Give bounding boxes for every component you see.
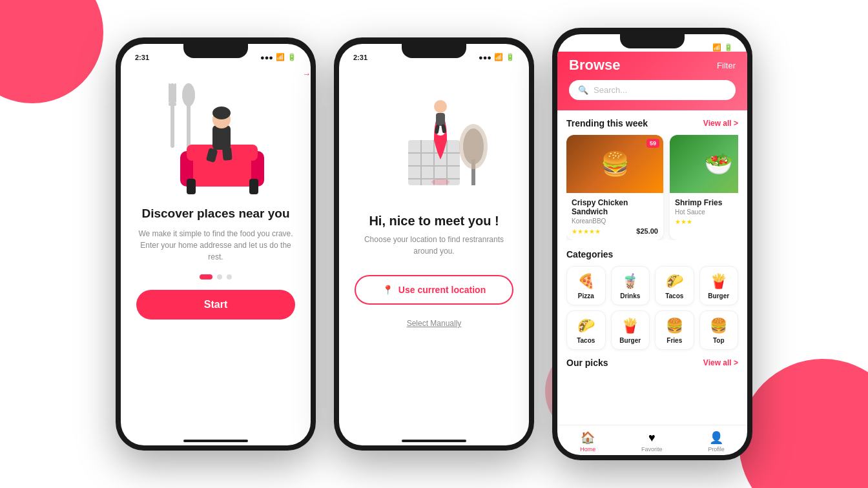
price-badge: 59 (646, 139, 659, 148)
svg-point-27 (431, 179, 450, 185)
category-sandwich[interactable]: 🍔 Fries (655, 310, 694, 350)
phones-container: 2:31 ●●● 📶 🔋 → (0, 0, 868, 488)
pizza-icon: 🍕 (577, 273, 595, 290)
burger-icon: 🍟 (710, 273, 727, 290)
food-card-img-1: 🍔 59 (566, 135, 663, 193)
food-card-2[interactable]: 🥗 Shrimp Fries Hot Sauce ★★★ (670, 135, 738, 240)
svg-rect-10 (212, 125, 231, 150)
phone2-title: Hi, nice to meet you ! (369, 214, 499, 229)
search-icon: 🔍 (578, 85, 588, 95)
burger-label: Burger (708, 292, 729, 300)
svg-rect-2 (174, 83, 176, 103)
dot-3 (227, 274, 232, 280)
tacos-label: Tacos (665, 292, 683, 300)
bottom-bar-1 (121, 432, 311, 445)
our-picks-section: Our picks View all > (566, 358, 738, 368)
sandwich-label: Fries (666, 337, 682, 344)
signal-icon-2: ●●● (479, 54, 491, 61)
drinks-icon: 🧋 (621, 273, 639, 290)
category-burger[interactable]: 🍟 Burger (699, 266, 739, 305)
category-fries[interactable]: 🍟 Burger (611, 310, 650, 350)
dot-2 (217, 274, 222, 280)
categories-section: Categories 🍕 Pizza 🧋 Drinks 🌮 (566, 249, 738, 350)
svg-point-12 (212, 107, 231, 119)
food-rating-1: ★★★★★ $25.00 (572, 227, 658, 235)
tacos-2-label: Tacos (577, 337, 595, 344)
category-top[interactable]: 🍔 Top (699, 310, 739, 350)
category-tacos-2[interactable]: 🌮 Tacos (566, 310, 606, 350)
food-card-info-2: Shrimp Fries Hot Sauce ★★★ (670, 193, 738, 230)
battery-icon-2: 🔋 (506, 53, 515, 61)
location-icon: 📍 (382, 285, 393, 295)
profile-nav-label: Profile (708, 446, 725, 452)
tacos-icon-2: 🌮 (577, 318, 595, 334)
drinks-label: Drinks (620, 292, 640, 300)
top-icon: 🍔 (710, 318, 727, 334)
status-icons-2: ●●● 📶 🔋 (479, 53, 515, 61)
screen-2: 2:31 ●●● 📶 🔋 (339, 44, 529, 445)
home-indicator-1 (183, 440, 248, 442)
our-picks-view-all[interactable]: View all > (703, 358, 738, 367)
browse-title: Browse (569, 57, 620, 74)
nav-favorite[interactable]: ♥ Favorite (641, 431, 663, 452)
screen-3: 2:32 ●●● 📶 🔋 Browse Filter 🔍 Search... (557, 34, 747, 455)
stars-2: ★★★ (675, 218, 692, 225)
phone1-title: Discover places near you (141, 206, 289, 221)
select-manually-link[interactable]: Select Manually (407, 319, 462, 328)
svg-rect-3 (169, 103, 176, 106)
search-bar[interactable]: 🔍 Search... (569, 80, 736, 100)
phone-3: 2:32 ●●● 📶 🔋 Browse Filter 🔍 Search... (552, 28, 752, 460)
svg-point-26 (463, 128, 484, 165)
our-picks-title: Our picks (566, 358, 608, 368)
food-price-1: $25.00 (636, 227, 658, 235)
phone1-description: We make it simple to find the food you c… (136, 228, 295, 263)
notch-3 (620, 34, 685, 48)
categories-title: Categories (566, 249, 613, 259)
svg-rect-14 (222, 147, 232, 161)
trending-section-header: Trending this week View all > (566, 118, 738, 128)
search-input[interactable]: Search... (594, 85, 627, 95)
food-name-1: Crispy Chicken Sandwich (572, 198, 658, 216)
time-1: 2:31 (135, 54, 149, 61)
category-tacos[interactable]: 🌮 Tacos (655, 266, 694, 305)
trending-view-all[interactable]: View all > (703, 119, 738, 128)
categories-section-header: Categories (566, 249, 738, 259)
wifi-icon: 📶 (276, 53, 285, 61)
filter-button[interactable]: Filter (717, 61, 736, 70)
use-location-button[interactable]: 📍 Use current location (355, 275, 513, 305)
status-icons-1: ●●● 📶 🔋 (260, 53, 296, 61)
notch-1 (183, 44, 248, 58)
food-card-img-2: 🥗 (670, 135, 738, 193)
category-drinks[interactable]: 🧋 Drinks (611, 266, 650, 305)
our-picks-header: Our picks View all > (566, 358, 738, 368)
svg-rect-0 (170, 83, 174, 148)
phone-1: 2:31 ●●● 📶 🔋 → (116, 37, 316, 451)
food-restaurant-2: Hot Sauce (675, 208, 738, 216)
food-card-info-1: Crispy Chicken Sandwich KoreanBBQ ★★★★★ … (566, 193, 663, 240)
food-rating-2: ★★★ (675, 218, 738, 225)
category-pizza[interactable]: 🍕 Pizza (566, 266, 606, 305)
food-restaurant-1: KoreanBBQ (572, 218, 658, 225)
phone3-header: Browse Filter 🔍 Search... (557, 52, 747, 110)
start-button[interactable]: Start (136, 290, 295, 320)
nav-profile[interactable]: 👤 Profile (708, 431, 725, 452)
nav-home[interactable]: 🏠 Home (580, 431, 595, 452)
trending-row: 🍔 59 Crispy Chicken Sandwich KoreanBBQ ★… (566, 135, 738, 240)
skip-button[interactable]: → (302, 69, 311, 79)
svg-point-29 (434, 100, 447, 113)
header-top: Browse Filter (569, 57, 736, 74)
food-name-2: Shrimp Fries (675, 198, 738, 207)
favorite-nav-icon: ♥ (648, 431, 656, 445)
phone-2: 2:31 ●●● 📶 🔋 (334, 37, 534, 451)
phone1-content: → (121, 64, 311, 432)
sandwich-icon: 🍔 (666, 318, 683, 334)
screen-1: 2:31 ●●● 📶 🔋 → (121, 44, 311, 445)
trending-title: Trending this week (566, 118, 648, 128)
profile-nav-icon: 👤 (709, 431, 723, 445)
wifi-icon-3: 📶 (712, 43, 721, 52)
food-card-1[interactable]: 🍔 59 Crispy Chicken Sandwich KoreanBBQ ★… (566, 135, 663, 240)
svg-rect-1 (169, 83, 170, 103)
battery-icon-3: 🔋 (724, 43, 733, 52)
svg-rect-15 (187, 179, 196, 194)
svg-rect-16 (249, 179, 258, 194)
